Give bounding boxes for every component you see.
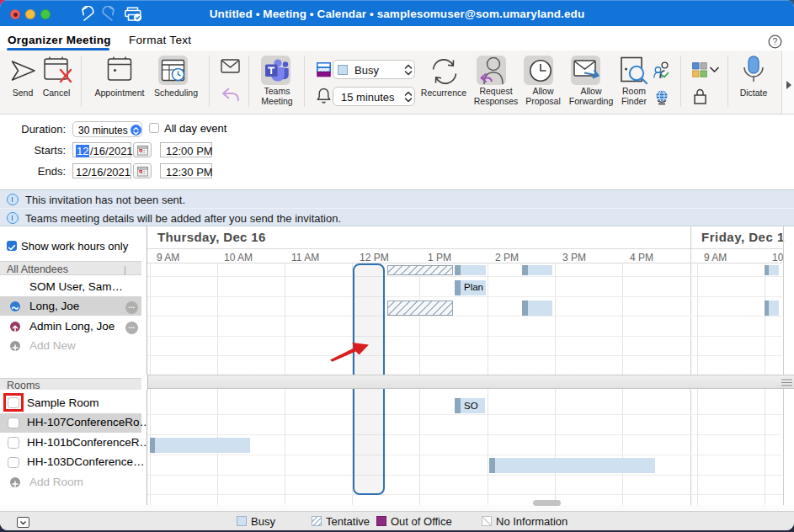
svg-text:?: ? (773, 36, 778, 46)
